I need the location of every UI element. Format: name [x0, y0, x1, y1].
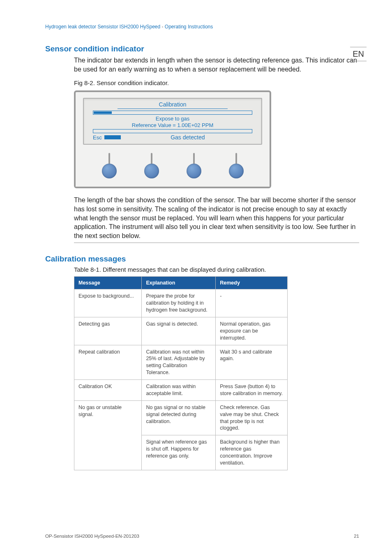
breadcrumb-sep: -	[160, 24, 165, 30]
table-row: Check reference. Gas valve may be shut. …	[216, 400, 288, 435]
table-row: Background is higher than reference gas …	[216, 435, 288, 470]
lcd-progress-bar-mid	[93, 129, 252, 133]
table-row: Normal operation, gas exposure can be in…	[216, 317, 288, 345]
table-row: Press Save (button 4) to store calibrati…	[216, 380, 288, 401]
table-row: Expose to background...	[74, 289, 142, 317]
table-header-explanation: Explanation	[142, 277, 216, 289]
table-caption: Table 8-1. Different messages that can b…	[74, 266, 359, 273]
lcd-progress-bar-top	[93, 111, 252, 115]
section1-para1: The indicator bar extends in length when…	[74, 56, 359, 74]
hardware-button-1[interactable]	[102, 153, 117, 178]
page-footer: OP-Sensistor ISH2000 HySpeed-EN-201203 2…	[45, 534, 359, 539]
lcd-detected: Gas detected	[123, 134, 252, 141]
hardware-button-row	[76, 147, 270, 187]
table-row: Calibration was within acceptable limit.	[142, 380, 216, 401]
breadcrumb-right: Operating Instructions	[165, 24, 213, 30]
table-row: Calibration was not within 25% of last. …	[142, 345, 216, 380]
table-row: Repeat calibration	[74, 345, 142, 380]
hardware-button-3[interactable]	[187, 153, 201, 178]
table-row: No gas signal or no stable signal detect…	[142, 400, 216, 435]
breadcrumb-left: Hydrogen leak detector Sensistor ISH2000…	[45, 24, 160, 30]
table-row: Prepare the probe for calibration by hol…	[142, 289, 216, 317]
table-row: No gas or unstable signal.	[74, 400, 142, 470]
table-row: -	[216, 289, 288, 317]
table-row: Gas signal is detected.	[142, 317, 216, 345]
section1-para2: The length of the bar shows the conditio…	[74, 196, 359, 243]
hardware-button-2[interactable]	[144, 153, 159, 178]
table-header-message: Message	[74, 277, 142, 289]
footer-doc-id: OP-Sensistor ISH2000 HySpeed-EN-201203	[45, 534, 139, 539]
breadcrumb: Hydrogen leak detector Sensistor ISH2000…	[45, 24, 359, 30]
figure-caption: Fig 8-2. Sensor condition indicator.	[74, 79, 359, 86]
language-tab: EN	[353, 49, 364, 59]
lcd-title: Calibration	[118, 101, 228, 109]
table-row: Detecting gas	[74, 317, 142, 345]
device-panel: Calibration Expose to gas Reference Valu…	[74, 90, 271, 188]
table-row: Wait 30 s and calibrate again.	[216, 345, 288, 380]
lcd-line1: Expose to gas	[93, 116, 252, 122]
lcd-esc-label: Esc	[93, 134, 102, 141]
section-title-calibration-messages: Calibration messages	[45, 254, 359, 264]
table-row: Signal when reference gas is shut off. H…	[142, 435, 216, 470]
table-header-remedy: Remedy	[216, 277, 288, 289]
section-title-sensor-condition: Sensor condition indicator	[45, 44, 359, 53]
calibration-messages-table: Message Explanation Remedy Expose to bac…	[74, 276, 288, 470]
lcd-screen: Calibration Expose to gas Reference Valu…	[83, 98, 262, 145]
lcd-esc-bar	[104, 135, 121, 139]
table-row: Calibration OK	[74, 380, 142, 401]
footer-page-number: 21	[354, 534, 359, 539]
hardware-button-4[interactable]	[229, 153, 244, 178]
lcd-line2: Reference Value = 1.00E+02 PPM	[93, 122, 252, 129]
